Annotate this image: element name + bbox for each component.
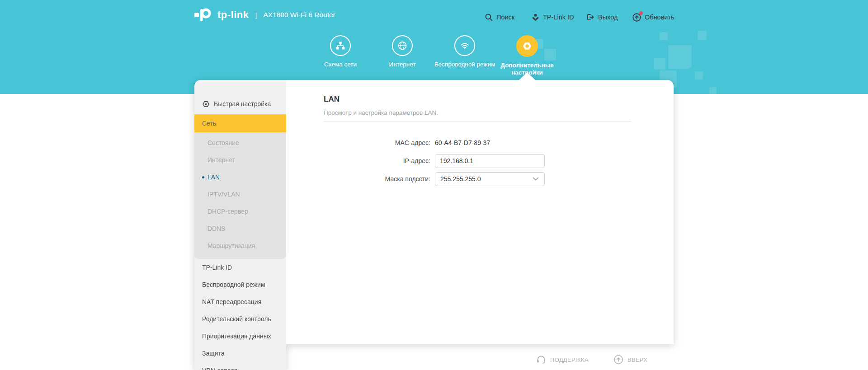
sidebar-item-label: VPN-сервер	[202, 367, 238, 370]
deco-pixel	[709, 87, 717, 94]
subitem-label: DHCP-сервер	[208, 208, 248, 215]
subnet-mask-label: Маска подсети:	[324, 175, 435, 183]
arrow-up-circle-icon	[613, 354, 624, 365]
deco-pixel	[698, 31, 707, 40]
sidebar-item-label: Приоритезация данных	[202, 333, 271, 340]
tab-label: Беспроводной режим	[433, 61, 496, 68]
network-label: Сеть	[202, 120, 216, 127]
sidebar-item-quick-setup[interactable]: Быстрая настройка	[194, 94, 286, 114]
deco-pixel	[660, 32, 668, 40]
chevron-down-icon	[533, 177, 539, 181]
mac-address-label: MAC-адрес:	[324, 139, 435, 146]
page-footer: ПОДДЕРЖКА ВВЕРХ	[536, 353, 647, 366]
support-link[interactable]: ПОДДЕРЖКА	[536, 354, 589, 365]
brand-separator: |	[255, 11, 257, 19]
tab-internet[interactable]: Интернет	[371, 35, 434, 68]
update-notification-badge	[639, 11, 643, 15]
quick-setup-gear-icon	[202, 100, 210, 108]
deco-pixel	[654, 58, 665, 70]
search-button[interactable]: Поиск	[485, 12, 514, 23]
subitem-label: LAN	[208, 173, 220, 181]
back-to-top-label: ВВЕРХ	[627, 356, 647, 363]
person-icon	[531, 13, 540, 22]
logout-button[interactable]: Выход	[586, 12, 618, 23]
mac-address-row: MAC-адрес: 60-A4-B7-D7-89-37	[324, 134, 631, 152]
sidebar-item-qos[interactable]: Приоритезация данных	[194, 328, 286, 345]
sidebar-item-parental-control[interactable]: Родительский контроль	[194, 310, 286, 328]
sidebar-item-nat[interactable]: NAT переадресация	[194, 293, 286, 310]
lan-form: MAC-адрес: 60-A4-B7-D7-89-37 IP-адрес: М…	[324, 134, 631, 188]
tab-label: Схема сети	[309, 61, 372, 68]
sidebar-item-label: Защита	[202, 350, 225, 357]
logo-wordmark: tp-link	[217, 9, 249, 21]
section-divider	[324, 121, 631, 122]
page-title: LAN	[324, 95, 631, 105]
sidebar-subitem-lan[interactable]: LAN	[194, 169, 286, 186]
sidebar-subitem-iptv-vlan[interactable]: IPTV/VLAN	[194, 186, 286, 203]
subitem-label: Интернет	[208, 156, 235, 164]
tab-network-map[interactable]: Схема сети	[309, 35, 372, 68]
update-label: Обновить	[645, 14, 675, 21]
mac-address-value: 60-A4-B7-D7-89-37	[435, 139, 490, 146]
tab-wireless[interactable]: Беспроводной режим	[433, 35, 496, 68]
subnet-mask-select[interactable]: 255.255.255.0	[435, 172, 545, 186]
ip-address-input[interactable]	[435, 154, 545, 168]
sidebar-item-label: NAT переадресация	[202, 298, 261, 305]
ip-address-label: IP-адрес:	[324, 157, 435, 164]
subnet-mask-row: Маска подсети: 255.255.255.0	[324, 170, 631, 188]
lan-settings-panel: LAN Просмотр и настройка параметров LAN.…	[286, 80, 674, 344]
router-model-title: AX1800 Wi-Fi 6 Router	[263, 11, 335, 19]
globe-icon	[392, 35, 413, 56]
subitem-label: IPTV/VLAN	[208, 191, 240, 198]
settings-sidebar: Быстрая настройка Сеть Состояние Интерне…	[194, 80, 286, 370]
tp-link-logo-icon	[194, 8, 213, 22]
subitem-label: DDNS	[208, 225, 226, 232]
sidebar-subitem-routing[interactable]: Маршрутизация	[194, 237, 286, 254]
sidebar-item-label: Родительский контроль	[202, 315, 271, 323]
sidebar-item-vpn-server[interactable]: VPN-сервер	[194, 362, 286, 370]
settings-card: Быстрая настройка Сеть Состояние Интерне…	[194, 80, 674, 370]
active-bullet	[202, 176, 204, 178]
search-icon	[485, 13, 493, 22]
headset-icon	[536, 354, 547, 365]
wifi-icon	[454, 35, 475, 56]
logout-label: Выход	[598, 14, 618, 21]
page-subtitle: Просмотр и настройка параметров LAN.	[324, 109, 631, 117]
tplink-id-label: TP-Link ID	[543, 14, 574, 21]
tplink-id-button[interactable]: TP-Link ID	[531, 12, 574, 23]
deco-pixel	[668, 45, 692, 69]
selected-tab-pointer	[519, 72, 536, 80]
sidebar-subitem-ddns[interactable]: DDNS	[194, 220, 286, 237]
update-icon	[632, 13, 642, 22]
logout-icon	[586, 13, 595, 22]
deco-pixel	[695, 71, 703, 80]
update-button[interactable]: Обновить	[632, 12, 675, 23]
sidebar-item-security[interactable]: Защита	[194, 345, 286, 362]
sidebar-item-wireless[interactable]: Беспроводной режим	[194, 276, 286, 293]
subitem-label: Маршрутизация	[208, 242, 255, 249]
gear-icon	[516, 35, 538, 57]
network-submenu: Состояние Интернет LAN IPTV/VLAN DHCP-се…	[194, 132, 286, 259]
brand: tp-link | AX1800 Wi-Fi 6 Router	[194, 6, 335, 23]
network-map-icon	[330, 35, 351, 56]
sidebar-subitem-status[interactable]: Состояние	[194, 134, 286, 151]
subitem-label: Состояние	[208, 139, 239, 146]
sidebar-subitem-internet[interactable]: Интернет	[194, 151, 286, 169]
back-to-top-link[interactable]: ВВЕРХ	[613, 354, 647, 365]
sidebar-item-tplink-id[interactable]: TP-Link ID	[194, 259, 286, 276]
support-label: ПОДДЕРЖКА	[550, 356, 589, 363]
tab-advanced-settings[interactable]: Дополнительные настройки	[495, 35, 559, 76]
quick-setup-label: Быстрая настройка	[214, 100, 271, 108]
ip-address-row: IP-адрес:	[324, 152, 631, 170]
subnet-mask-value: 255.255.255.0	[440, 175, 481, 183]
sidebar-item-label: TP-Link ID	[202, 264, 232, 271]
sidebar-item-label: Беспроводной режим	[202, 281, 265, 288]
tab-label: Интернет	[371, 61, 434, 68]
sidebar-subitem-dhcp[interactable]: DHCP-сервер	[194, 203, 286, 220]
router-admin-page: tp-link | AX1800 Wi-Fi 6 Router Поиск TP…	[0, 0, 868, 370]
sidebar-item-network[interactable]: Сеть	[194, 114, 286, 132]
search-label: Поиск	[496, 14, 514, 21]
